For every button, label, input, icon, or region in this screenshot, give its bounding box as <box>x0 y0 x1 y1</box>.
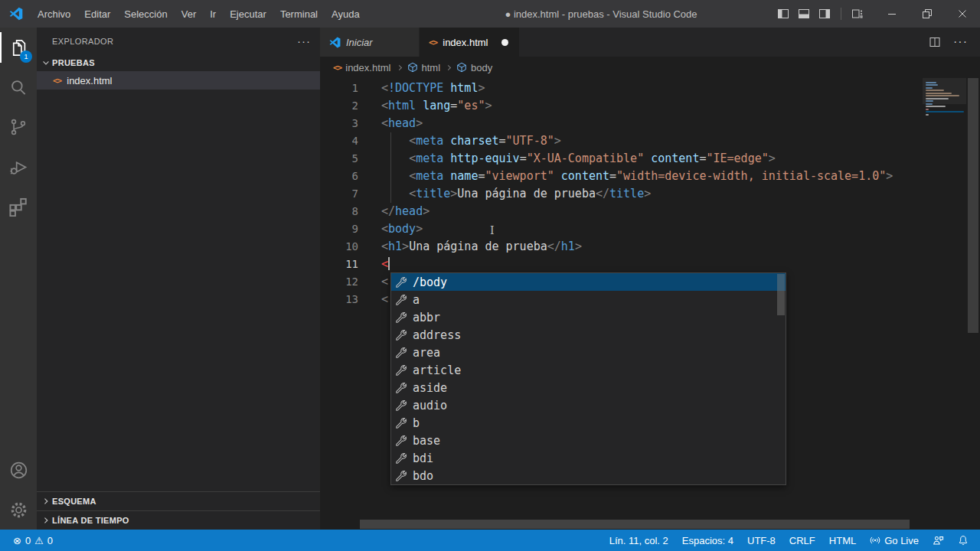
code-line-4[interactable]: 4 <meta charset="UTF-8"> <box>320 132 980 150</box>
code-line-5[interactable]: 5 <meta http-equiv="X-UA-Compatible" con… <box>320 150 980 168</box>
breadcrumb-item-body[interactable]: body <box>456 62 492 73</box>
file-tree: <>index.html <box>37 71 320 90</box>
line-number: 1 <box>320 80 358 97</box>
code-line-6[interactable]: 6 <meta name="viewport" content="width=d… <box>320 168 980 185</box>
code-text: <body> <box>358 220 423 238</box>
code-text: < <box>358 273 388 291</box>
status-html[interactable]: HTML <box>822 530 863 551</box>
horizontal-scrollbar[interactable] <box>360 520 910 529</box>
line-number: 9 <box>320 220 358 238</box>
account-icon[interactable] <box>0 450 37 490</box>
code-editor[interactable]: 1<!DOCTYPE html>2<html lang="es">3<head>… <box>320 78 980 530</box>
sidebar-title: EXPLORADOR <box>52 37 113 46</box>
code-line-2[interactable]: 2<html lang="es"> <box>320 97 980 115</box>
suggestion-area[interactable]: area <box>391 344 786 361</box>
vertical-scrollbar-thumb[interactable] <box>968 78 978 333</box>
explorer-badge: 1 <box>20 51 32 63</box>
status-espacios-4[interactable]: Espacios: 4 <box>675 530 740 551</box>
code-line-8[interactable]: 8</head> <box>320 203 980 220</box>
breadcrumb-separator <box>396 64 401 70</box>
source-control-icon[interactable] <box>0 107 37 147</box>
wrench-icon <box>395 347 407 358</box>
menu-ir[interactable]: Ir <box>203 0 223 28</box>
menu-terminal[interactable]: Terminal <box>273 0 325 28</box>
code-text: < <box>358 256 390 273</box>
activity-bar: 1 <box>0 28 37 530</box>
code-line-3[interactable]: 3<head> <box>320 115 980 132</box>
code-line-7[interactable]: 7 <title>Una página de prueba</title> <box>320 185 980 203</box>
suggestion-body[interactable]: /body <box>391 273 786 291</box>
explorer-icon[interactable]: 1 <box>0 28 37 67</box>
suggest-scrollbar[interactable] <box>777 274 785 315</box>
settings-gear-icon[interactable] <box>0 490 37 530</box>
suggestion-b[interactable]: b <box>391 414 786 432</box>
search-icon[interactable] <box>0 67 37 107</box>
toggle-secondary-sidebar-icon[interactable] <box>818 8 831 20</box>
suggestion-base[interactable]: base <box>391 432 786 449</box>
menu-ver[interactable]: Ver <box>175 0 204 28</box>
tab-iniciar[interactable]: Iniciar <box>320 28 420 57</box>
problems-indicator[interactable]: ⊗ 0 ⚠ 0 <box>6 530 60 551</box>
breadcrumb-item-index-html[interactable]: <>index.html <box>333 62 391 73</box>
code-line-11[interactable]: 11< <box>320 256 980 273</box>
status-bell[interactable] <box>951 530 975 551</box>
code-line-1[interactable]: 1<!DOCTYPE html> <box>320 80 980 97</box>
menu-archivo[interactable]: Archivo <box>31 0 77 28</box>
suggestion-a[interactable]: a <box>391 291 786 308</box>
menu-ejecutar[interactable]: Ejecutar <box>223 0 273 28</box>
wrench-icon <box>395 452 407 464</box>
split-editor-icon[interactable] <box>929 36 941 48</box>
status-utf-8[interactable]: UTF-8 <box>740 530 782 551</box>
code-line-10[interactable]: 10<h1>Una página de prueba</h1> <box>320 238 980 256</box>
minimize-button[interactable] <box>874 0 910 28</box>
menu-editar[interactable]: Editar <box>77 0 117 28</box>
menu-ayuda[interactable]: Ayuda <box>325 0 367 28</box>
section-l-nea-de-tiempo[interactable]: LÍNEA DE TIEMPO <box>37 510 320 530</box>
explorer-more-actions[interactable]: ··· <box>297 34 311 47</box>
minimap[interactable] <box>923 78 966 116</box>
menu-bar: ArchivoEditarSelecciónVerIrEjecutarTermi… <box>31 0 367 28</box>
section-esquema[interactable]: ESQUEMA <box>37 491 320 510</box>
suggestion-bdo[interactable]: bdo <box>391 467 786 484</box>
warnings-count: 0 <box>47 535 53 546</box>
suggestion-aside[interactable]: aside <box>391 379 786 396</box>
suggestion-bdi[interactable]: bdi <box>391 449 786 467</box>
editor-more-actions[interactable]: ··· <box>953 35 968 49</box>
menu-selecci-n[interactable]: Selección <box>117 0 174 28</box>
breadcrumb-item-html[interactable]: html <box>407 62 441 73</box>
restore-button[interactable] <box>910 0 945 28</box>
suggestion-address[interactable]: address <box>391 326 786 344</box>
toggle-panel-icon[interactable] <box>798 8 810 20</box>
status-feedback[interactable] <box>926 530 951 551</box>
tab-index-html[interactable]: <>index.html <box>420 28 519 57</box>
close-button[interactable] <box>945 0 980 28</box>
code-text: <meta name="viewport" content="width=dev… <box>358 168 893 185</box>
chevron-down-icon <box>40 57 52 69</box>
line-number: 11 <box>320 256 358 273</box>
minimap-line <box>926 114 929 116</box>
toggle-sidebar-icon[interactable] <box>777 8 789 20</box>
minimap-line <box>926 90 944 91</box>
tab-bar: Iniciar<>index.html ··· <box>320 28 980 57</box>
tab-label: index.html <box>443 37 488 48</box>
customize-layout-icon[interactable] <box>851 8 864 20</box>
intellisense-popup: /bodyaabbraddressareaarticleasideaudiobb… <box>390 272 786 485</box>
code-line-9[interactable]: 9<body> <box>320 220 980 238</box>
suggestion-abbr[interactable]: abbr <box>391 308 786 326</box>
status-crlf[interactable]: CRLF <box>782 530 822 551</box>
file-item-index-html[interactable]: <>index.html <box>37 71 320 90</box>
symbol-cube-icon <box>407 62 418 73</box>
line-number: 5 <box>320 150 358 168</box>
suggestion-audio[interactable]: audio <box>391 396 786 414</box>
html-file-icon: <> <box>429 37 437 47</box>
code-text: <!DOCTYPE html> <box>358 80 485 97</box>
folder-pruebas[interactable]: PRUEBAS <box>37 54 320 71</box>
status-l-n-11-col-2[interactable]: Lín. 11, col. 2 <box>603 530 675 551</box>
minimap-line <box>926 95 959 96</box>
status-go-live[interactable]: Go Live <box>863 530 926 551</box>
minimap-line <box>926 82 936 83</box>
run-debug-icon[interactable] <box>0 147 37 187</box>
extensions-icon[interactable] <box>0 187 37 227</box>
suggestion-article[interactable]: article <box>391 361 786 379</box>
vertical-scrollbar[interactable] <box>966 78 980 530</box>
